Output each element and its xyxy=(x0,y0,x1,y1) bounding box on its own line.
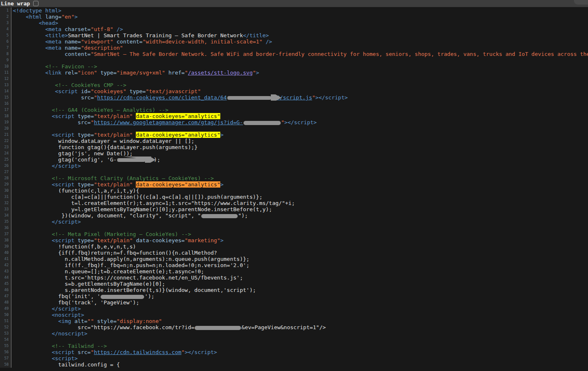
code-line-content: function gtag(){dataLayer.push(arguments… xyxy=(12,144,588,150)
code-token: type= xyxy=(130,88,146,94)
code-token: "text/plain" xyxy=(94,132,136,138)
code-line-content: gtag('config', 'G-'); xyxy=(12,157,588,163)
line-number: 49 xyxy=(0,306,12,312)
code-line: 32t=l.createElement(r);t.async=1;t.src="… xyxy=(0,200,588,206)
code-line: 20 xyxy=(0,125,588,132)
code-line: 2<html lang="en"> xyxy=(0,14,588,20)
code-line-content: <noscript> xyxy=(12,312,588,318)
code-line: 41n.callMethod.apply(n,arguments):n.queu… xyxy=(0,256,588,262)
code-token: '); xyxy=(145,293,154,299)
code-token: "viewport" xyxy=(81,39,116,45)
code-token: </noscript> xyxy=(52,330,87,337)
line-number: 48 xyxy=(0,299,12,306)
code-line-content: window.dataLayer = window.dataLayer || [… xyxy=(12,138,588,144)
line-number: 34 xyxy=(0,212,12,219)
code-line: 9 xyxy=(0,57,588,63)
code-token: y=l.getElementsByTagName(r)[0];y.parentN… xyxy=(71,206,272,212)
code-token: content= xyxy=(117,39,143,45)
code-line-content: <script type="text/plain" data-cookieyes… xyxy=(12,237,588,243)
code-line-content: <title>SmartNet | Smart Trades Training … xyxy=(12,32,588,39)
code-line-content: fbq('init', ''); xyxy=(12,293,588,299)
code-token: if(!f._fbq)f._fbq=n;n.push=n;n.loaded=!0… xyxy=(65,262,249,268)
line-number: 58 xyxy=(0,361,12,368)
code-token: style= xyxy=(97,318,117,324)
line-number: 13 xyxy=(0,82,12,88)
source-link[interactable]: https://cdn-cookieyes.com/client_data/64 xyxy=(97,94,227,101)
code-token: ></script> xyxy=(284,119,317,125)
line-number: 27 xyxy=(0,169,12,175)
code-line: 50<noscript> xyxy=(0,312,588,318)
source-link[interactable]: https://cdn.tailwindcss.com xyxy=(94,349,181,355)
line-number: 36 xyxy=(0,225,12,231)
code-line: 31c[a]=c[a]||function(){(c[a].q=c[a].q||… xyxy=(0,194,588,200)
code-token: "cookieyes" xyxy=(91,88,130,94)
code-token: fbq('track', 'PageView'); xyxy=(58,299,140,306)
code-line: 51<img alt="" style="display:none" xyxy=(0,318,588,324)
code-token: <meta xyxy=(45,39,65,45)
code-line: 45s=b.getElementsByTagName(e)[0]; xyxy=(0,281,588,287)
code-comment: <!-- Tailwind --> xyxy=(52,343,107,349)
redaction-arrow xyxy=(227,96,276,100)
line-number: 32 xyxy=(0,200,12,206)
code-line-content: fbq('track', 'PageView'); xyxy=(12,299,588,306)
code-comment: <!-- CookieYes CMP --> xyxy=(55,82,126,88)
code-line: 24gtag('js', new Date()); xyxy=(0,150,588,157)
code-line: 5<title>SmartNet | Smart Trades Training… xyxy=(0,32,588,39)
code-token: " xyxy=(281,119,284,125)
code-token: window.dataLayer = window.dataLayer || [… xyxy=(58,138,195,144)
code-token: "); xyxy=(238,212,248,219)
code-token: "utf-8" xyxy=(91,26,113,32)
code-token: "SmartNet – The Safe Border Network. Saf… xyxy=(91,51,588,57)
code-token: <script xyxy=(52,113,78,119)
code-line: 39!function(f,b,e,v,n,t,s) xyxy=(0,243,588,250)
code-line: 52src="https://www.facebook.com/tr?id=&e… xyxy=(0,324,588,330)
code-token: charset= xyxy=(65,26,91,32)
code-line: 35</script> xyxy=(0,219,588,225)
code-token: fbq('init', ' xyxy=(58,293,101,299)
code-line: 27 xyxy=(0,169,588,175)
code-line: 18<script type="text/plain" data-cookiey… xyxy=(0,113,588,119)
code-line: 1<!doctype html> xyxy=(0,7,588,14)
code-token: n.queue=[];t=b.createElement(e);t.async=… xyxy=(65,268,204,275)
code-token: /> xyxy=(113,26,123,32)
code-line: 17<!-- GA4 (CookieYes – Analytics) --> xyxy=(0,107,588,113)
line-number: 18 xyxy=(0,113,12,119)
line-wrap-checkbox[interactable] xyxy=(33,1,39,6)
code-line: 30(function(c,l,a,r,i,t,y){ xyxy=(0,188,588,194)
source-link[interactable]: /assets/stt-logo.svg xyxy=(188,70,253,76)
code-token: </script> xyxy=(52,219,81,225)
code-token: id= xyxy=(81,88,90,94)
code-line: 38<script type="text/plain" data-cookiey… xyxy=(0,237,588,243)
code-token: </title> xyxy=(243,32,269,39)
line-number: 30 xyxy=(0,188,12,194)
source-link[interactable]: https://www.googletagmanager.com/gtag/js… xyxy=(94,119,243,125)
code-token: gtag('config', 'G- xyxy=(58,157,117,163)
line-number: 3 xyxy=(0,20,12,26)
line-number: 47 xyxy=(0,293,12,299)
line-number: 53 xyxy=(0,330,12,337)
line-number: 29 xyxy=(0,181,12,188)
view-source-toolbar: Line wrap xyxy=(0,0,588,7)
code-line: 7<meta name="description" xyxy=(0,45,588,51)
code-line-content: <!-- GA4 (CookieYes – Analytics) --> xyxy=(12,107,588,113)
code-line-content xyxy=(12,125,588,132)
code-line: 55<!-- Tailwind --> xyxy=(0,343,588,349)
code-line-content xyxy=(12,57,588,63)
code-token: " xyxy=(185,70,188,76)
code-token: src="https://www.facebook.com/tr?id= xyxy=(78,324,195,330)
line-number: 26 xyxy=(0,163,12,169)
line-number: 12 xyxy=(0,76,12,82)
source-link[interactable]: 4/script.js xyxy=(277,94,312,101)
code-token: "icon" xyxy=(78,70,101,76)
code-line-content: <!-- Meta Pixel (Marketing – CookieYes) … xyxy=(12,231,588,237)
line-number: 42 xyxy=(0,262,12,268)
code-token: src= xyxy=(78,119,91,125)
line-number: 55 xyxy=(0,343,12,349)
line-number: 20 xyxy=(0,125,12,132)
line-number: 38 xyxy=(0,237,12,243)
code-token: !function(f,b,e,v,n,t,s) xyxy=(58,243,136,250)
code-line-content: <!-- CookieYes CMP --> xyxy=(12,82,588,88)
line-number: 45 xyxy=(0,281,12,287)
code-line: 42if(!f._fbq)f._fbq=n;n.push=n;n.loaded=… xyxy=(0,262,588,268)
code-line: 8content="SmartNet – The Safe Border Net… xyxy=(0,51,588,57)
